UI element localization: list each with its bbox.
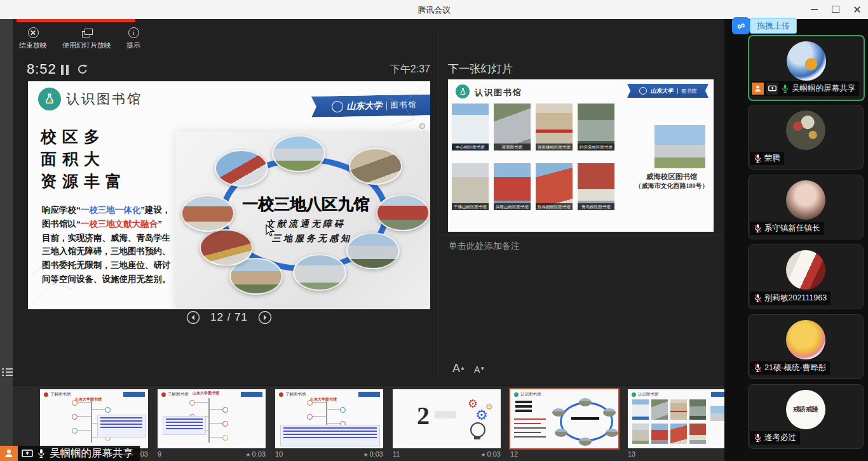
- mic-muted-icon: [754, 433, 762, 443]
- participant-tile[interactable]: 别莉敏202111963: [748, 244, 864, 309]
- mic-muted-icon: [754, 224, 762, 233]
- font-increase-button[interactable]: A▲: [452, 362, 465, 375]
- person-badge-icon: [752, 83, 764, 95]
- library-photo-label: 中心校区图书馆: [452, 144, 489, 150]
- participant-name: 逢考必过: [764, 432, 796, 443]
- library-photo-label: 千佛山校区图书馆: [452, 203, 489, 210]
- tips-button[interactable]: 提示: [126, 27, 140, 50]
- close-button[interactable]: [846, 0, 868, 18]
- diagram-headline: 一校三地八区九馆: [229, 194, 382, 215]
- pause-timer-button[interactable]: [61, 65, 70, 75]
- maximize-button[interactable]: [825, 0, 846, 18]
- thumb-number: 9: [158, 450, 161, 458]
- current-slide[interactable]: 认识图书馆 山东大学 图书馆 校区多面积大资源丰富 响应学校“一校三地一体化”建…: [28, 81, 430, 309]
- share-screen-icon: [22, 449, 33, 458]
- thumb-number: 11: [393, 450, 400, 458]
- prev-slide-button[interactable]: [186, 311, 200, 324]
- thumb-number: 13: [628, 450, 635, 458]
- decorative-dot: [419, 123, 425, 129]
- minimize-button[interactable]: [803, 0, 825, 18]
- share-banner-text: 吴帼帼的屏幕共享: [50, 446, 133, 460]
- participant-tile[interactable]: 21硕-概统-曹晔彤: [748, 314, 864, 379]
- elapsed-timer: 8:52: [27, 61, 57, 77]
- thumb-number: 10: [275, 450, 283, 458]
- library-photo: 千佛山校区图书馆: [452, 163, 489, 210]
- participant-avatar: [786, 250, 825, 290]
- participant-tile[interactable]: 吴帼帼的屏幕共享: [748, 35, 865, 101]
- keyword-line: 资源丰富: [41, 170, 127, 192]
- presenter-toolbar: 结束放映 使用幻灯片放映 提示: [19, 27, 140, 50]
- mouse-cursor: [266, 224, 275, 237]
- filmstrip-thumb[interactable]: 认识图书馆: [510, 389, 618, 448]
- next-slide-button[interactable]: [258, 311, 272, 324]
- slide-title: 认识图书馆: [66, 90, 142, 108]
- library-photo-label: 趵突泉校区图书馆: [578, 144, 614, 150]
- sharing-indicator-bar: [17, 19, 135, 22]
- campus-photo-ellipse: [272, 135, 325, 172]
- notes-placeholder[interactable]: 单击此处添加备注: [449, 241, 520, 252]
- diagram-subline-2: 三地服务无感知: [242, 233, 382, 244]
- participant-avatar: [786, 110, 825, 150]
- tencent-meeting-window: 腾讯会议 结束放映 使用幻灯片放映 提示 8:52 下午2:37: [0, 0, 868, 461]
- drag-upload-button[interactable]: 拖拽上传: [750, 18, 797, 34]
- next-banner: 山东大学 图书馆: [627, 84, 709, 98]
- end-show-button[interactable]: 结束放映: [19, 27, 47, 50]
- mic-muted-icon: [754, 363, 762, 373]
- end-show-label: 结束放映: [19, 41, 47, 50]
- end-show-icon: [28, 27, 39, 38]
- participant-name: 别莉敏202111963: [764, 293, 827, 304]
- campus-photo-ellipse: [215, 150, 268, 187]
- restart-timer-button[interactable]: [76, 63, 89, 76]
- weihai-photo: [654, 125, 705, 168]
- keyword-line: 面积大: [41, 148, 127, 170]
- next-slide-preview[interactable]: 认识图书馆 山东大学 图书馆 中心校区图书馆蒋震图书馆洪家楼校区图书馆趵突泉校区…: [448, 79, 714, 232]
- filmstrip-thumb[interactable]: 了解图书馆山东大学图书馆: [158, 389, 266, 448]
- mic-muted-icon: [754, 293, 762, 303]
- library-photo: 兴隆山校区图书馆: [494, 163, 531, 210]
- filmstrip-thumb[interactable]: 认识图书馆: [628, 389, 736, 448]
- participant-avatar: [786, 180, 825, 220]
- screen-share-indicator[interactable]: 吴帼帼的屏幕共享: [0, 446, 140, 461]
- campus-photo-ellipse: [293, 254, 346, 291]
- thumb-duration: ★0:03: [246, 450, 266, 458]
- weihai-caption: 威海校区图书馆 （威海市文化西路180号）: [631, 172, 712, 190]
- netdisk-logo-icon[interactable]: ∞: [732, 17, 750, 34]
- participant-name: 吴帼帼的屏幕共享: [792, 83, 855, 94]
- notes-divider: [442, 236, 724, 236]
- filmstrip-thumb[interactable]: 了解图书馆山东大学图书馆: [40, 389, 148, 448]
- thumb-duration: ★0:03: [481, 450, 501, 458]
- mic-muted-icon: [754, 154, 762, 163]
- library-photo-label: 蒋震图书馆: [494, 144, 531, 150]
- campus-diagram: 一校三地八区九馆 文献流通无障碍 三地服务无感知: [175, 131, 430, 308]
- share-badge-icon: [766, 83, 778, 95]
- use-slideshow-button[interactable]: 使用幻灯片放映: [62, 29, 111, 50]
- library-photo: 蒋震图书馆: [494, 104, 531, 150]
- participant-avatar: 戒骄戒躁: [786, 390, 825, 429]
- slideshow-icon: [82, 29, 92, 38]
- university-seal-icon: [331, 100, 342, 112]
- participant-name: 荣腾: [764, 153, 780, 164]
- keyword-line: 校区多: [41, 126, 127, 148]
- font-decrease-button[interactable]: A▼: [474, 364, 485, 375]
- mic-on-icon: [781, 84, 789, 93]
- participant-avatar: [786, 320, 825, 359]
- decorative-lines: [28, 233, 117, 309]
- filmstrip-thumb[interactable]: 2⚙⚙⚙: [393, 389, 501, 448]
- slide-navigation: 12 / 71: [28, 311, 430, 324]
- participant-name: 21硕-概统-曹晔彤: [764, 363, 826, 373]
- flask-icon: [38, 88, 61, 110]
- filmstrip-thumb[interactable]: 了解图书馆山东大学图书馆: [275, 389, 383, 448]
- diagram-subline-1: 文献流通无障碍: [236, 218, 376, 230]
- participant-name: 系守镇新任镇长: [764, 223, 820, 234]
- campus-photo-ellipse: [376, 194, 430, 231]
- participant-tile[interactable]: 戒骄戒躁逢考必过: [748, 384, 864, 449]
- participant-avatar: [787, 41, 826, 81]
- slide-pager: 12 / 71: [210, 311, 248, 324]
- thumb-duration: ★0:03: [363, 450, 384, 458]
- library-photo: 洪家楼校区图书馆: [536, 104, 573, 150]
- participant-tile[interactable]: 荣腾: [748, 105, 864, 170]
- window-title: 腾讯会议: [0, 4, 868, 16]
- desktop-edge-strip: [0, 19, 13, 461]
- restart-icon: [76, 63, 89, 76]
- participant-tile[interactable]: 系守镇新任镇长: [748, 175, 864, 239]
